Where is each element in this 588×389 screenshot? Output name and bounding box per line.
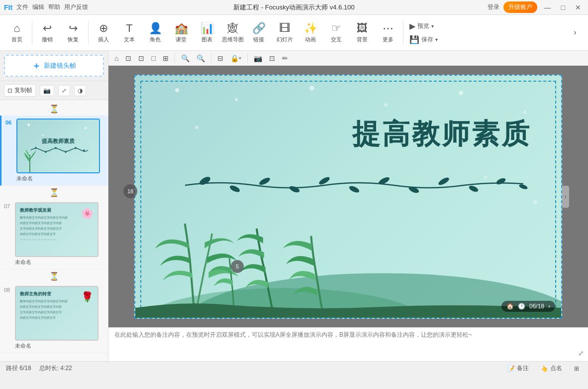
path-info: 路径 6/18 (6, 364, 31, 373)
canvas-tool-edit[interactable]: ✏ (280, 53, 290, 63)
right-panel-collapse[interactable]: › (562, 186, 569, 208)
main-toolbar: ⌂ 首页 ↩ 撤销 ↪ 恢复 ⊕ 插入 T 文本 👤 角色 🏫 课堂 📊 图表 … (0, 15, 588, 51)
svg-point-6 (198, 175, 212, 186)
menu-help[interactable]: 帮助 (48, 3, 60, 11)
notes-input[interactable] (114, 331, 582, 354)
pointer-button[interactable]: 👆 点名 (538, 363, 565, 374)
canvas-tool-rect1[interactable]: ⊡ (123, 53, 133, 63)
canvas-tool-grid[interactable]: ⊞ (161, 53, 171, 63)
menu-edit[interactable]: 编辑 (32, 3, 44, 11)
text-label: 文本 (124, 36, 135, 43)
thumb-08-line-3: 文字内容文字内容文字内容文字 (20, 310, 94, 315)
particle-1 (175, 88, 179, 92)
slide-item-08[interactable]: 08 教师主角的转变 教学内容文字内容文字内容文字内容 内容文字内容文字内容文字… (0, 283, 108, 353)
slide-canvas[interactable]: 5 18 (108, 66, 588, 327)
toolbar-background[interactable]: 🖼 背景 (349, 17, 375, 49)
save-icon: 💾 (409, 35, 419, 44)
svg-point-11 (348, 184, 360, 193)
upgrade-button[interactable]: 升级账户 (503, 1, 537, 13)
thumb-08-line-4: 内容文字内容文字内容文字 (20, 316, 94, 320)
thumb-07-line-4: 内容文字内容文字内容文字 (20, 232, 94, 237)
svg-point-3 (65, 151, 67, 153)
statusbar: 路径 6/18 总时长: 4:22 📝 备注 👆 点名 ⊞ (0, 361, 588, 375)
toolbar-more-right[interactable]: › (566, 17, 584, 49)
login-button[interactable]: 登录 (488, 3, 499, 11)
canvas-tool-camera[interactable]: 📷 (252, 53, 264, 63)
toolbar-preview[interactable]: ▶ 预览 ▾ (405, 20, 442, 32)
shape-button[interactable]: ◑ (74, 85, 86, 96)
new-frame-button[interactable]: ＋ 新建镜头帧 (4, 55, 104, 77)
slide-badge: 🏠 🕐 06/18 › (501, 301, 555, 312)
toolbar-link[interactable]: 🔗 链接 (246, 17, 272, 49)
slide-icon: 🎞 (279, 22, 290, 35)
toolbar-slide[interactable]: 🎞 幻灯片 (272, 17, 297, 49)
classroom-label: 课堂 (176, 36, 187, 43)
notes-expand-button[interactable]: ⤢ (578, 349, 584, 357)
screen-button[interactable]: ⊞ (571, 364, 582, 373)
maximize-button[interactable]: □ (558, 2, 568, 12)
toolbar-undo[interactable]: ↩ 撤销 (34, 17, 60, 49)
fit-button[interactable]: ⤢ (58, 85, 70, 96)
menu-file[interactable]: 文件 (16, 3, 28, 11)
undo-label: 撤销 (42, 36, 53, 43)
canvas-tool-sep-1 (175, 53, 175, 63)
home-icon: ⌂ (13, 22, 20, 35)
slide-item-06[interactable]: 06 提高教师素质 (0, 116, 108, 186)
toolbar-classroom[interactable]: 🏫 课堂 (168, 17, 194, 49)
duration-info: 总时长: 4:22 (39, 364, 72, 373)
toolbar-role[interactable]: 👤 角色 (142, 17, 168, 49)
slide-label: 幻灯片 (277, 36, 293, 43)
classroom-icon: 🏫 (175, 22, 188, 35)
particle-6 (523, 111, 526, 114)
canvas-tool-lock[interactable]: 🔒▾ (228, 53, 243, 63)
toolbar-text[interactable]: T 文本 (116, 17, 142, 49)
canvas-tool-align[interactable]: ⊟ (215, 53, 225, 63)
animation-label: 动画 (305, 36, 316, 43)
flower-icon-2: 🌹 (81, 291, 94, 303)
toolbar-animation[interactable]: ✨ 动画 (297, 17, 323, 49)
minimize-button[interactable]: — (541, 2, 554, 12)
camera-button[interactable]: 📷 (40, 85, 54, 96)
menu-feedback[interactable]: 用户反馈 (64, 3, 88, 11)
mindmap-label: 思维导图 (222, 36, 244, 43)
link-label: 链接 (253, 36, 264, 43)
canvas-tool-rect2[interactable]: ⊡ (136, 53, 146, 63)
slide-num-08: 08 (4, 286, 12, 293)
slides-sidebar: ＋ 新建镜头帧 ⊡ 复制帧 📷 ⤢ ◑ ⏳ (0, 51, 108, 361)
slide-separator-06-07: ⏳ (0, 186, 108, 199)
animation-icon: ✨ (304, 22, 317, 35)
chart-label: 图表 (201, 36, 212, 43)
canvas-tool-house[interactable]: ⌂ (112, 53, 120, 63)
snow-2 (85, 127, 87, 129)
canvas-tool-zoomout[interactable]: 🔍 (195, 53, 207, 63)
preview-arrow: ▾ (431, 23, 434, 29)
toolbar-more[interactable]: ⋯ 更多 (375, 17, 401, 49)
slide-main-title: 提高教师素质 (352, 116, 531, 153)
slide-left-badge: 18 (123, 184, 137, 198)
copy-frame-button[interactable]: ⊡ 复制帧 (4, 84, 36, 97)
toolbar-insert[interactable]: ⊕ 插入 (91, 17, 116, 49)
canvas-tool-download[interactable]: ⊡ (267, 53, 277, 63)
toolbar-interact[interactable]: ☞ 交互 (323, 17, 349, 49)
new-frame-label: 新建镜头帧 (44, 61, 76, 70)
logo-text: FIt (4, 3, 12, 11)
canvas-tool-zoomin[interactable]: 🔍 (179, 53, 192, 63)
interact-label: 交互 (331, 36, 342, 43)
snow-1 (27, 124, 30, 126)
badge-text: 06/18 (529, 303, 544, 310)
svg-point-16 (495, 177, 506, 186)
left-badge-5: 5 (231, 260, 244, 273)
toolbar-mindmap[interactable]: 🕸 思维导图 (220, 17, 246, 49)
canvas-tool-sep-3 (247, 53, 248, 63)
toolbar-save[interactable]: 💾 保存 ▾ (405, 33, 442, 46)
pointer-label: 点名 (550, 364, 562, 373)
close-button[interactable]: ✕ (572, 2, 584, 12)
toolbar-redo[interactable]: ↪ 恢复 (60, 17, 86, 49)
notes-button[interactable]: 📝 备注 (504, 363, 532, 374)
copy-frame-label: 复制帧 (14, 86, 32, 95)
toolbar-chart[interactable]: 📊 图表 (194, 17, 220, 49)
canvas-tool-rect3[interactable]: □ (149, 53, 157, 63)
toolbar-home[interactable]: ⌂ 首页 (4, 17, 30, 49)
titlebar-left: FIt 文件 编辑 帮助 用户反馈 (4, 3, 88, 11)
slide-item-07[interactable]: 07 教师教学观发展 教学内容文字内容文字内容文字内容 内容文字内容文字内容文字… (0, 199, 108, 269)
